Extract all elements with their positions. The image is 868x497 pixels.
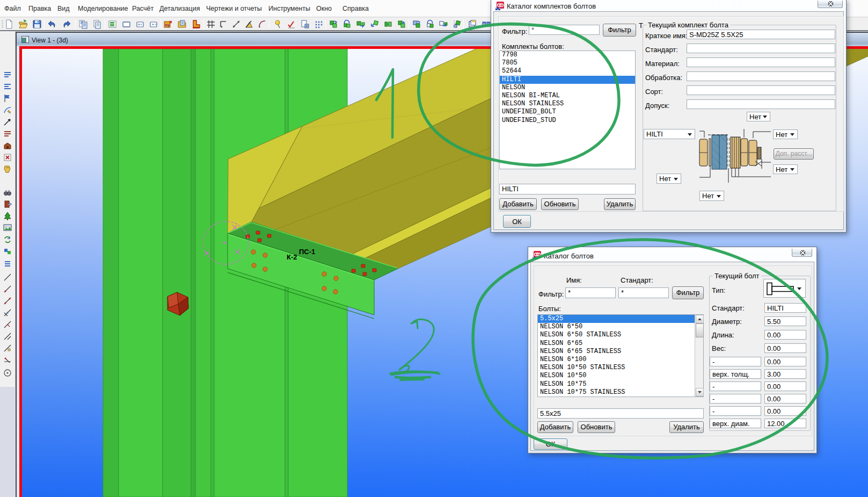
- svg-text:xy: xy: [165, 23, 170, 27]
- svg-text:К-2: К-2: [287, 253, 297, 261]
- svg-text:ПС-1: ПС-1: [299, 248, 315, 256]
